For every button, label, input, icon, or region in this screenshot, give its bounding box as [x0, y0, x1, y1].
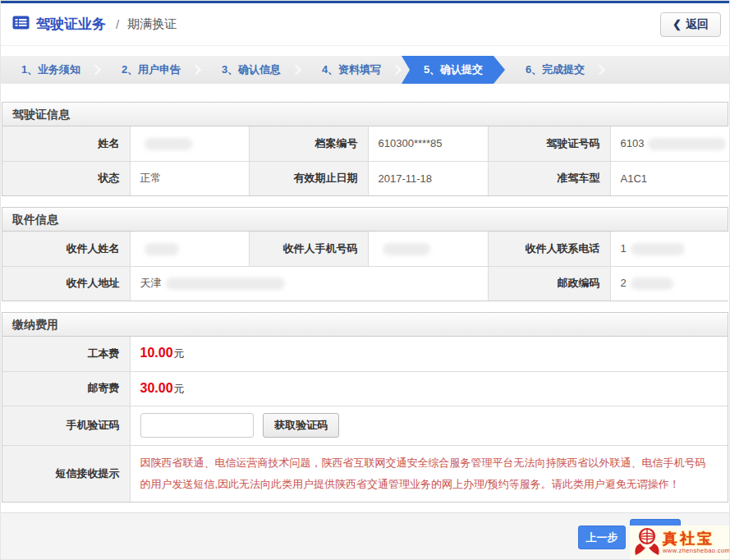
chevron-right-icon	[291, 65, 301, 76]
license-number-label: 驾驶证号码	[488, 126, 610, 161]
step-label: 1、业务须知	[21, 62, 80, 77]
sms-notice-text: 因陕西省联通、电信运营商技术问题，陕西省互联网交通安全综合服务管理平台无法向持陕…	[140, 446, 728, 502]
mailing-fee-label: 邮寄费	[2, 371, 130, 406]
table-row: 邮寄费 30.00元	[2, 371, 728, 406]
status-value: 正常	[130, 161, 249, 195]
recipient-mobile-value	[368, 232, 488, 266]
name-label: 姓名	[2, 126, 130, 161]
previous-step-button[interactable]: 上一步	[578, 526, 626, 549]
fee-amount: 30.00	[140, 381, 173, 395]
fee-unit: 元	[174, 347, 185, 360]
license-business-icon	[12, 16, 30, 33]
recipient-address-label: 收件人地址	[2, 266, 130, 301]
pickup-info-section: 取件信息 收件人姓名 收件人手机号码 收件人联系电话 1 收件人地址 天津 邮政…	[2, 207, 728, 301]
recipient-address-value: 天津	[130, 266, 488, 301]
watermark-brand: 真社宝	[663, 531, 730, 546]
breadcrumb: 驾驶证业务 / 期满换证	[12, 15, 177, 34]
breadcrumb-separator: /	[116, 17, 119, 31]
recipient-name-value	[130, 232, 249, 266]
table-row: 短信接收提示 因陕西省联通、电信运营商技术问题，陕西省互联网交通安全综合服务管理…	[2, 445, 728, 502]
wizard-steps: 1、业务须知 2、用户申告 3、确认信息 4、资料填写 5、确认提交 6、完成提…	[1, 56, 729, 84]
table-row: 手机验证码 获取验证码	[2, 406, 728, 445]
chevron-right-icon	[191, 65, 201, 76]
file-number-label: 档案编号	[249, 126, 368, 161]
redaction-blur	[145, 138, 192, 150]
recipient-name-label: 收件人姓名	[2, 232, 130, 266]
expiry-date-value: 2017-11-18	[368, 161, 488, 195]
vehicle-class-value: A1C1	[610, 161, 730, 195]
steps-filler	[605, 56, 729, 84]
page-header: 驾驶证业务 / 期满换证 ❮ 返回	[1, 3, 729, 46]
postal-code-label: 邮政编码	[488, 266, 610, 301]
table-row: 收件人姓名 收件人手机号码 收件人联系电话 1	[2, 232, 730, 266]
step-1-business-notice: 1、业务须知	[1, 56, 101, 84]
mailing-fee-value: 30.00元	[130, 371, 728, 406]
license-number-value: 6103	[610, 126, 730, 161]
back-chevron-icon: ❮	[673, 18, 682, 30]
sms-code-cell: 获取验证码	[130, 406, 728, 445]
step-6-complete-submit: 6、完成提交	[505, 56, 605, 84]
sms-notice-label: 短信接收提示	[2, 445, 130, 502]
name-value	[130, 126, 249, 161]
license-section-title: 驾驶证信息	[2, 103, 728, 126]
license-info-table: 姓名 档案编号 610300****85 驾驶证号码 6103 状态 正常 有效…	[2, 126, 730, 195]
status-label: 状态	[2, 161, 130, 195]
page-title: 驾驶证业务	[36, 15, 106, 34]
redaction-blur	[383, 243, 430, 255]
chevron-right-icon	[90, 65, 101, 76]
get-code-button[interactable]: 获取验证码	[263, 413, 339, 438]
step-2-user-declaration: 2、用户申告	[101, 56, 201, 84]
back-button[interactable]: ❮ 返回	[660, 12, 721, 37]
license-info-section: 驾驶证信息 姓名 档案编号 610300****85 驾驶证号码 6103 状态…	[2, 102, 728, 196]
zhenshebao-watermark: 真社宝 www.zhenshebao.com	[630, 526, 729, 560]
fees-table: 工本费 10.00元 邮寄费 30.00元 手机验证码 获取验证码 短信接收提示	[2, 337, 728, 502]
hands-globe-logo-icon	[633, 526, 661, 559]
sms-code-input[interactable]	[140, 413, 254, 438]
step-label: 3、确认信息	[222, 62, 281, 77]
main-content: 驾驶证信息 姓名 档案编号 610300****85 驾驶证号码 6103 状态…	[1, 84, 729, 503]
sms-notice-cell: 因陕西省联通、电信运营商技术问题，陕西省互联网交通安全综合服务管理平台无法向持陕…	[130, 445, 728, 502]
watermark-url: www.zhenshebao.com	[663, 548, 730, 554]
step-4-fill-data: 4、资料填写	[301, 56, 402, 84]
pickup-info-table: 收件人姓名 收件人手机号码 收件人联系电话 1 收件人地址 天津 邮政编码 2	[2, 232, 730, 301]
redaction-blur	[631, 243, 685, 255]
watermark-text: 真社宝 www.zhenshebao.com	[663, 531, 730, 554]
redaction-blur	[145, 243, 179, 255]
table-row: 姓名 档案编号 610300****85 驾驶证号码 6103	[2, 126, 730, 161]
back-button-label: 返回	[686, 17, 709, 32]
page: 驾驶证业务 / 期满换证 ❮ 返回 1、业务须知 2、用户申告 3、确认信息 4…	[0, 0, 730, 560]
vehicle-class-label: 准驾车型	[488, 161, 610, 195]
table-row: 状态 正常 有效期止日期 2017-11-18 准驾车型 A1C1	[2, 161, 730, 195]
fee-unit: 元	[174, 383, 185, 395]
fees-section: 缴纳费用 工本费 10.00元 邮寄费 30.00元 手机验证码 获取验证码	[2, 312, 728, 503]
production-fee-label: 工本费	[2, 337, 130, 371]
recipient-phone-value: 1	[610, 232, 730, 266]
production-fee-value: 10.00元	[130, 337, 728, 371]
recipient-mobile-label: 收件人手机号码	[249, 232, 368, 266]
table-row: 工本费 10.00元	[2, 337, 728, 371]
redaction-blur	[166, 278, 285, 290]
page-subtitle: 期满换证	[127, 16, 177, 32]
redaction-blur	[631, 278, 673, 290]
step-label: 6、完成提交	[526, 62, 585, 77]
fees-section-title: 缴纳费用	[2, 313, 728, 337]
expiry-date-label: 有效期止日期	[249, 161, 368, 195]
table-row: 收件人地址 天津 邮政编码 2	[2, 266, 730, 301]
postal-code-value: 2	[610, 266, 730, 301]
footer-bar: 上一步 真社宝 www.zhenshebao.com	[1, 512, 729, 559]
redaction-blur	[648, 138, 726, 150]
chevron-right-icon	[595, 65, 605, 76]
step-label: 5、确认提交	[424, 62, 483, 77]
step-5-confirm-submit-active: 5、确认提交	[402, 56, 505, 84]
step-3-confirm-info: 3、确认信息	[201, 56, 301, 84]
recipient-phone-label: 收件人联系电话	[488, 232, 610, 266]
pickup-section-title: 取件信息	[2, 208, 728, 232]
step-label: 2、用户申告	[122, 62, 181, 77]
file-number-value: 610300****85	[368, 126, 488, 161]
step-label: 4、资料填写	[322, 62, 381, 77]
chevron-right-icon	[391, 65, 402, 76]
sms-code-label: 手机验证码	[2, 406, 130, 445]
fee-amount: 10.00	[140, 346, 173, 360]
